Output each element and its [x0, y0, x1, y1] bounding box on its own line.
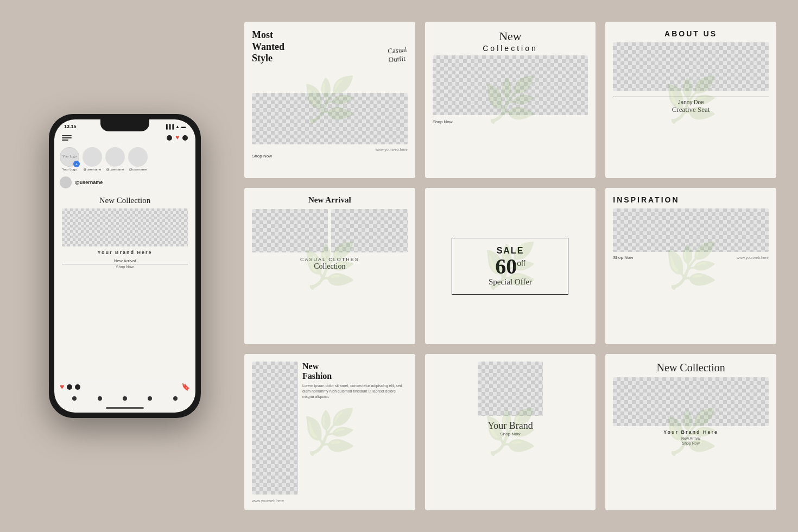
card3-title: ABOUT US [613, 29, 769, 38]
post-arrival-label: New Arrival [62, 258, 188, 264]
logo-text: Your Logo [62, 155, 77, 159]
story-circle-3 [128, 147, 148, 167]
card2-script: New [499, 29, 522, 43]
card1-script: CasualOutfit [388, 46, 408, 65]
card1-title: Most Wanted Style [252, 29, 408, 65]
card7-title: New Fashion [302, 362, 408, 381]
card7-lorem: Lorem ipsum dolor sit amet, consectetur … [302, 383, 408, 399]
card8-shop-now: Shop Now [433, 432, 588, 436]
story-circle-1 [83, 147, 102, 167]
nav-icons: ♥ [167, 134, 188, 142]
card6-image [613, 208, 769, 252]
phone-navbar: ♥ [54, 131, 195, 144]
plus-badge: + [73, 161, 80, 167]
phone-frame: 13.15 ▐▐▐ ▲ ▬ ♥ [49, 114, 201, 418]
card-most-wanted: 🌿 Most Wanted Style CasualOutfit www.you… [244, 22, 415, 178]
card3-role: Creative Seat [613, 105, 769, 114]
card4-title: New Arrival [252, 195, 408, 205]
story-logo[interactable]: Your Logo + Your Logo [60, 147, 79, 171]
story-1[interactable]: @username [83, 147, 102, 171]
template-grid: 🌿 Most Wanted Style CasualOutfit www.you… [228, 0, 798, 532]
phone-screen: 13.15 ▐▐▐ ▲ ▬ ♥ [54, 119, 195, 413]
story-circle-2 [105, 147, 125, 167]
bookmark-icon[interactable]: 🔖 [181, 383, 190, 391]
bottom-dot-5 [173, 396, 178, 401]
card4-subtitle: CASUAL CLOTHES [252, 257, 408, 262]
post-username-row: @username [54, 174, 195, 191]
card1-image [252, 93, 408, 144]
card-new-fashion: 🌿 New Fashion Lorem ipsum dolor sit amet… [244, 354, 415, 510]
story-username-1: @username [84, 168, 102, 171]
action-left: ♥ [60, 383, 80, 391]
nav-dot-2 [182, 135, 188, 141]
post-shop-label: Shop Now [62, 265, 188, 269]
like-icon[interactable]: ♥ [60, 383, 64, 391]
card-new-arrival: 🌿 New Arrival CASUAL CLOTHES Collection [244, 188, 415, 344]
bottom-dot-4 [148, 396, 152, 401]
post-avatar [60, 176, 72, 188]
card8-brand: Your Brand [433, 420, 588, 432]
card9-title: New Collection [613, 362, 769, 374]
story-username-2: @username [106, 168, 124, 171]
card5-off: off [517, 259, 525, 268]
card3-name: Janny Doe [613, 97, 769, 105]
status-icons: ▐▐▐ ▲ ▬ [164, 124, 186, 129]
story-username-3: @username [129, 168, 147, 171]
phone-section: 13.15 ▐▐▐ ▲ ▬ ♥ [22, 0, 228, 532]
sale-box: SALE 60 off Special Offer [452, 238, 568, 295]
card-your-brand: 🌿 Your Brand Shop Now [425, 354, 596, 510]
card9-arrival: New Arrival [681, 436, 700, 441]
wifi-icon: ▲ [175, 124, 180, 129]
heart-icon[interactable]: ♥ [175, 134, 179, 142]
card-new-collection: 🌿 New Collection Shop Now [425, 22, 596, 178]
card9-image [613, 377, 769, 426]
story-logo-circle: Your Logo + [60, 147, 79, 167]
card1-website: www.yourweb.here [252, 148, 408, 151]
card9-brand: Your Brand Here [613, 429, 769, 435]
battery-icon: ▬ [181, 124, 186, 129]
story-3[interactable]: @username [128, 147, 148, 171]
card4-images [252, 209, 408, 252]
card-inspiration: 🌿 INSPIRATION Shop Now www.yourweb.here [605, 188, 776, 344]
nav-dot-1 [167, 135, 172, 141]
post-brand: Your Brand Here [62, 250, 188, 255]
status-time: 13.15 [64, 124, 77, 129]
card4-image-left [252, 209, 328, 252]
card2-image [433, 55, 588, 115]
card7-image [252, 362, 298, 495]
card7-right: New Fashion Lorem ipsum dolor sit amet, … [302, 362, 408, 495]
card6-website: www.yourweb.here [737, 256, 769, 259]
post-actions: ♥ 🔖 [54, 380, 195, 394]
card5-special: Special Offer [462, 277, 558, 287]
home-bar [106, 407, 144, 409]
card5-center: SALE 60 off Special Offer [433, 195, 588, 337]
card2-shop-now: Shop Now [433, 119, 588, 124]
bottom-bar [54, 394, 195, 403]
post-arrival: New Arrival Shop Now [62, 258, 188, 269]
card8-image [478, 362, 543, 416]
card4-collection: Collection [252, 262, 408, 271]
card6-shop-now: Shop Now [613, 255, 633, 260]
card9-arrival-shop: New Arrival Shop Now [613, 435, 769, 445]
post-content: New Collection Your Brand Here New Arriv… [58, 191, 192, 380]
card2-main: Collection [483, 44, 537, 53]
bottom-dot-2 [98, 396, 102, 401]
pct-row: 60 off [462, 256, 558, 277]
card5-percent: 60 [495, 256, 517, 277]
bottom-dot-1 [72, 396, 77, 401]
card3-image [613, 42, 769, 91]
comment-icon[interactable] [67, 384, 72, 390]
share-icon[interactable] [75, 384, 80, 390]
card-about-us: 🌿 ABOUT US Janny Doe Creative Seat [605, 22, 776, 178]
card-new-collection-2: 🌿 New Collection Your Brand Here New Arr… [605, 354, 776, 510]
phone-notch [100, 119, 149, 131]
signal-icon: ▐▐▐ [164, 124, 174, 129]
post-username-text: @username [75, 180, 103, 185]
card9-shop-now: Shop Now [682, 441, 700, 445]
post-image [62, 208, 188, 246]
card-sale: 🌿 SALE 60 off Special Offer [425, 188, 596, 344]
story-username-0: Your Logo [62, 168, 77, 171]
story-2[interactable]: @username [105, 147, 125, 171]
hamburger-icon[interactable] [62, 135, 72, 141]
stories-row: Your Logo + Your Logo @username @usernam… [54, 144, 195, 174]
